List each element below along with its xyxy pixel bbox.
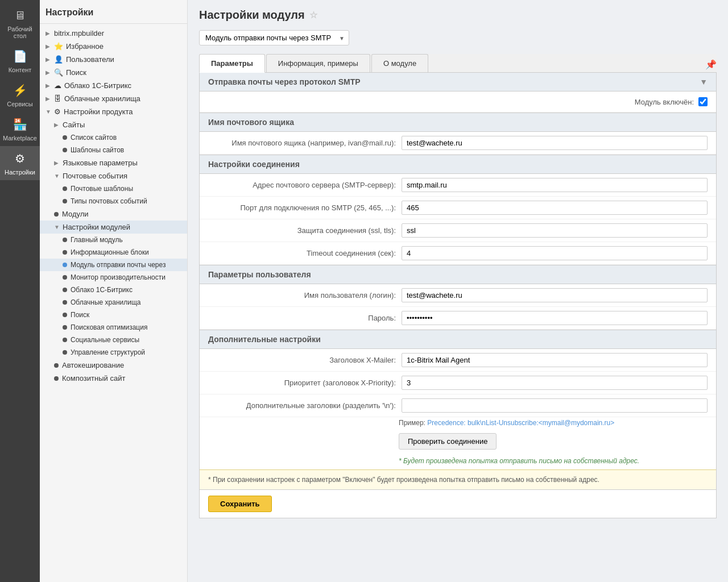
nav-item-module-settings[interactable]: ▼ Настройки модулей [40, 221, 187, 234]
ssl-label: Защита соединения (ssl, tls): [208, 226, 402, 235]
nav-item-users[interactable]: ▶ 👤 Пользователи [40, 53, 187, 66]
nav-item-autocache[interactable]: Автокеширование [40, 359, 187, 372]
page-title: Настройки модуля ☆ [199, 9, 717, 22]
bullet-icon [54, 376, 59, 381]
nav-label: Сайты [63, 120, 85, 129]
nav-item-mpbuilder[interactable]: ▶ bitrix.mpbuilder [40, 27, 187, 40]
nav-item-site-templates[interactable]: Шаблоны сайтов [40, 144, 187, 156]
nav-label: Список сайтов [71, 134, 117, 142]
nav-label: Композитный сайт [62, 374, 125, 383]
nav-item-search-module[interactable]: Поиск [40, 309, 187, 321]
additional-section-header: Дополнительные настройки [200, 330, 716, 349]
nav-label: Почтовые шаблоны [71, 185, 133, 193]
timeout-input[interactable] [402, 246, 708, 260]
smtp-port-label: Порт для подключения по SMTP (25, 465, .… [208, 203, 402, 212]
nav-label: Шаблоны сайтов [71, 146, 124, 154]
nav-item-cloud[interactable]: ▶ ☁ Облако 1С-Битрикс [40, 79, 187, 92]
nav-item-structure[interactable]: Управление структурой [40, 346, 187, 359]
sidebar-label-content: Контент [9, 66, 32, 73]
nav-label: Поисковая оптимизация [71, 323, 147, 331]
nav-label: Настройки модулей [63, 223, 130, 231]
services-icon: ⚡ [12, 82, 28, 98]
star-icon[interactable]: ☆ [309, 10, 317, 20]
sidebar-item-marketplace[interactable]: 🏪 Marketplace [0, 112, 40, 146]
save-button[interactable]: Сохранить [208, 496, 272, 512]
tab-about[interactable]: О модуле [371, 54, 428, 72]
nav-label: Модули [62, 210, 89, 218]
nav-label: Языковые параметры [63, 159, 138, 167]
password-input[interactable] [402, 311, 708, 325]
sidebar-item-desktop[interactable]: 🖥 Рабочий стол [0, 3, 40, 44]
smtp-server-label: Адрес почтового сервера (SMTP-сервер): [208, 181, 402, 189]
nav-item-performance[interactable]: Монитор производительности [40, 271, 187, 284]
nav-item-cloud-storage[interactable]: ▶ 🗄 Облачные хранилища [40, 92, 187, 105]
xmailer-input[interactable] [402, 353, 708, 367]
mailbox-input[interactable] [402, 136, 708, 150]
arrow-icon: ▶ [46, 69, 51, 76]
sidebar-item-services[interactable]: ⚡ Сервисы [0, 78, 40, 112]
nav-item-cloud-module[interactable]: Облако 1С-Битрикс [40, 284, 187, 296]
sidebar-item-settings[interactable]: ⚙ Настройки [0, 146, 40, 180]
content-box: Отправка почты через протокол SMTP ▼ Мод… [199, 73, 717, 518]
bullet-icon [54, 363, 59, 368]
nav-item-mail-templates[interactable]: Почтовые шаблоны [40, 182, 187, 195]
nav-label: Поиск [71, 311, 89, 319]
smtp-port-input[interactable] [402, 201, 708, 215]
xmailer-label: Заголовок X-Mailer: [208, 356, 402, 364]
nav-item-language[interactable]: ▶ Языковые параметры [40, 156, 187, 169]
bullet-icon [63, 148, 67, 152]
nav-item-cloud-storage-module[interactable]: Облачные хранилища [40, 296, 187, 309]
nav-label: Облако 1С-Битрикс [64, 81, 131, 90]
xmailer-row: Заголовок X-Mailer: [200, 349, 716, 372]
nav-item-search[interactable]: ▶ 🔍 Поиск [40, 66, 187, 79]
check-connection-button[interactable]: Проверить соединение [399, 433, 497, 450]
module-select[interactable]: Модуль отправки почты через SMTP [199, 30, 349, 45]
arrow-icon: ▶ [54, 122, 60, 128]
bullet-icon [63, 186, 67, 191]
nav-label: Облако 1С-Битрикс [71, 286, 133, 294]
nav-item-composite[interactable]: Композитный сайт [40, 372, 187, 385]
username-input[interactable] [402, 288, 708, 302]
module-enabled-checkbox[interactable] [698, 97, 708, 106]
sidebar-label-marketplace: Marketplace [3, 135, 37, 142]
arrow-down-icon: ▼ [46, 109, 51, 115]
nav-item-main-module[interactable]: Главный модуль [40, 234, 187, 246]
smtp-port-row: Порт для подключения по SMTP (25, 465, .… [200, 197, 716, 219]
nav-tree: Настройки ▶ bitrix.mpbuilder ▶ ⭐ Избранн… [40, 0, 188, 582]
nav-item-seo[interactable]: Поисковая оптимизация [40, 321, 187, 334]
priority-input[interactable] [402, 376, 708, 390]
ssl-input[interactable] [402, 223, 708, 238]
nav-item-mail-event-types[interactable]: Типы почтовых событий [40, 195, 187, 207]
nav-item-sites[interactable]: ▶ Сайты [40, 118, 187, 131]
arrow-icon: ▶ [46, 82, 51, 89]
nav-label: Информационные блоки [71, 248, 149, 256]
mailbox-section-header: Имя почтового ящика [200, 113, 716, 132]
nav-item-product-settings[interactable]: ▼ ⚙ Настройки продукта [40, 105, 187, 118]
tab-parameters[interactable]: Параметры [199, 54, 265, 73]
collapse-icon[interactable]: ▼ [700, 77, 708, 86]
sidebar-item-content[interactable]: 📄 Контент [0, 44, 40, 78]
nav-title: Настройки [40, 3, 187, 24]
nav-item-smtp-module[interactable]: Модуль отправки почты через [40, 259, 187, 271]
sidebar-label-settings: Настройки [5, 169, 35, 176]
nav-item-modules[interactable]: Модули [40, 207, 187, 221]
example-prefix: Пример: [399, 419, 425, 427]
bullet-icon [63, 325, 67, 330]
smtp-server-input[interactable] [402, 178, 708, 192]
example-row: Пример: Precedence: bulk\nList-Unsubscri… [200, 417, 716, 429]
nav-item-sites-list[interactable]: Список сайтов [40, 131, 187, 144]
nav-item-social[interactable]: Социальные сервисы [40, 334, 187, 346]
save-area: Сохранить [200, 489, 716, 518]
ssl-row: Защита соединения (ssl, tls): [200, 219, 716, 242]
nav-item-favorites[interactable]: ▶ ⭐ Избранное [40, 40, 187, 53]
pin-icon[interactable]: 📌 [705, 59, 717, 70]
arrow-icon: ▶ [46, 30, 51, 36]
desktop-icon: 🖥 [12, 7, 28, 23]
nav-label: Пользователи [66, 55, 114, 64]
extra-headers-input[interactable] [402, 398, 708, 413]
nav-item-mail-events[interactable]: ▼ Почтовые события [40, 169, 187, 182]
bullet-icon [54, 212, 59, 217]
tab-info[interactable]: Информация, примеры [266, 54, 370, 72]
timeout-row: Timeout соединения (сек): [200, 242, 716, 265]
nav-item-info-blocks[interactable]: Информационные блоки [40, 246, 187, 259]
